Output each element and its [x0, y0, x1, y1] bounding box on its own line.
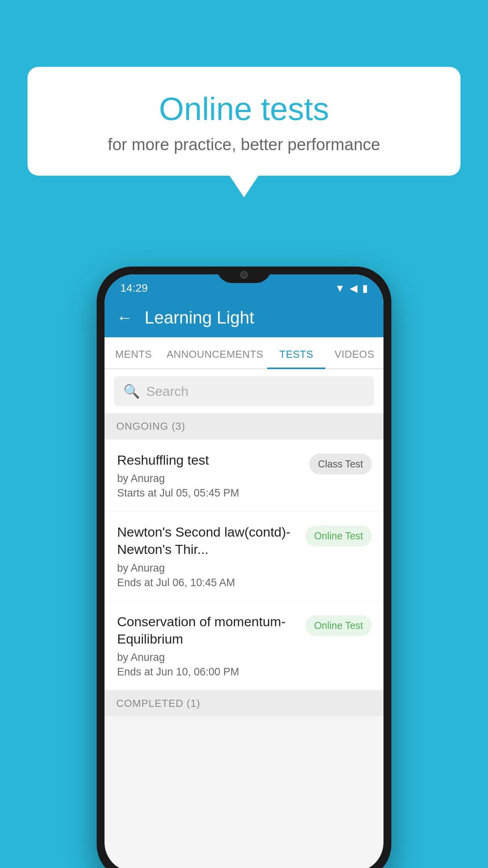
status-icons: ▼ ◀ ▮ [335, 282, 368, 294]
phone-notch [216, 267, 272, 283]
back-button[interactable]: ← [116, 308, 133, 327]
test-author: by Anurag [117, 562, 297, 574]
completed-section-header: COMPLETED (1) [105, 690, 383, 717]
test-info: Reshuffling test by Anurag Starts at Jul… [117, 451, 301, 499]
wifi-icon: ▼ [335, 282, 345, 294]
bubble-title: Online tests [47, 90, 441, 127]
test-item[interactable]: Reshuffling test by Anurag Starts at Jul… [105, 440, 383, 511]
test-name: Conservation of momentum-Equilibrium [117, 613, 297, 647]
search-icon: 🔍 [123, 383, 140, 399]
battery-icon: ▮ [362, 282, 368, 294]
online-test-badge-2: Online Test [305, 615, 372, 636]
test-name: Reshuffling test [117, 451, 301, 469]
search-input[interactable]: Search [146, 384, 189, 399]
test-info: Conservation of momentum-Equilibrium by … [117, 613, 297, 678]
search-box[interactable]: 🔍 Search [114, 376, 374, 406]
speech-bubble: Online tests for more practice, better p… [28, 67, 460, 176]
test-author: by Anurag [117, 473, 301, 485]
search-container: 🔍 Search [105, 369, 383, 413]
phone-wrapper: 14:29 ▼ ◀ ▮ ← Learning Light MENTS ANNOU… [97, 267, 391, 868]
bubble-subtitle: for more practice, better performance [47, 135, 441, 154]
test-author: by Anurag [117, 651, 297, 664]
completed-label: COMPLETED (1) [116, 697, 200, 709]
test-date: Ends at Jun 10, 06:00 PM [117, 666, 297, 678]
test-info: Newton's Second law(contd)-Newton's Thir… [117, 523, 297, 588]
phone-outer: 14:29 ▼ ◀ ▮ ← Learning Light MENTS ANNOU… [97, 267, 391, 868]
test-name: Newton's Second law(contd)-Newton's Thir… [117, 523, 297, 558]
test-item[interactable]: Conservation of momentum-Equilibrium by … [105, 601, 383, 690]
ongoing-section-header: ONGOING (3) [105, 413, 383, 440]
tab-ments[interactable]: MENTS [105, 337, 163, 368]
test-item[interactable]: Newton's Second law(contd)-Newton's Thir… [105, 511, 383, 601]
app-bar: ← Learning Light [105, 298, 383, 337]
app-title: Learning Light [145, 308, 254, 327]
phone-screen: 14:29 ▼ ◀ ▮ ← Learning Light MENTS ANNOU… [105, 274, 383, 868]
tabs-bar: MENTS ANNOUNCEMENTS TESTS VIDEOS [105, 337, 383, 369]
tab-announcements[interactable]: ANNOUNCEMENTS [163, 337, 267, 368]
signal-icon: ◀ [350, 282, 358, 294]
online-test-badge: Online Test [305, 526, 372, 546]
tests-list: Reshuffling test by Anurag Starts at Jul… [105, 440, 383, 690]
test-date: Starts at Jul 05, 05:45 PM [117, 487, 301, 499]
class-test-badge: Class Test [309, 454, 372, 474]
ongoing-label: ONGOING (3) [116, 420, 185, 432]
tab-tests[interactable]: TESTS [267, 337, 325, 368]
status-time: 14:29 [120, 282, 148, 294]
tab-videos[interactable]: VIDEOS [325, 337, 383, 368]
camera [240, 271, 248, 279]
test-date: Ends at Jul 06, 10:45 AM [117, 577, 297, 589]
